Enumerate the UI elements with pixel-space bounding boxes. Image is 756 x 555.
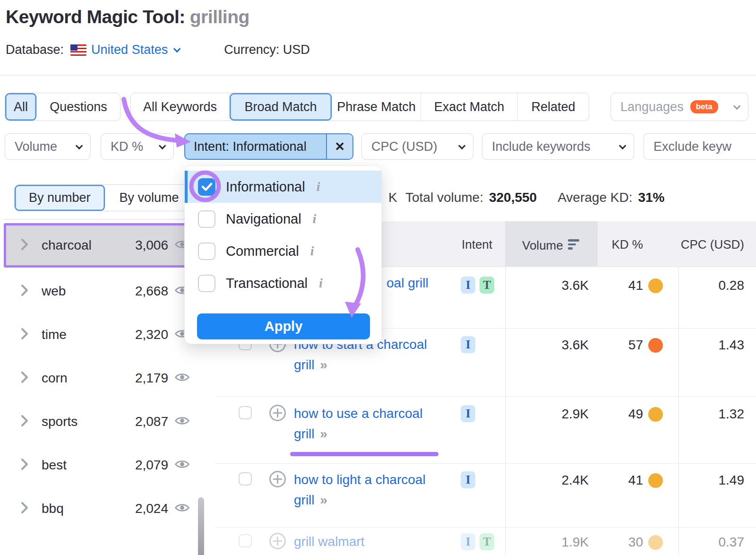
add-keyword-icon[interactable]	[269, 404, 286, 422]
chevron-right-icon[interactable]	[21, 238, 28, 251]
open-keyword-icon[interactable]: »	[318, 357, 326, 372]
filter-chip-intent-informational[interactable]: Intent: Informational✕	[184, 133, 353, 160]
chevron-right-icon[interactable]	[21, 415, 28, 429]
row-checkbox[interactable]	[239, 472, 252, 486]
sidebar-group-time[interactable]: time2,320	[4, 313, 204, 356]
chevron-right-icon[interactable]	[21, 328, 28, 340]
row-checkbox[interactable]	[239, 406, 252, 419]
info-icon[interactable]: i	[317, 179, 320, 194]
intent-checkbox-navigational[interactable]	[198, 210, 215, 228]
eye-icon[interactable]	[174, 459, 190, 472]
chevron-right-icon[interactable]	[21, 238, 28, 252]
us-flag-icon	[70, 44, 86, 56]
tab-phrase-match[interactable]: Phrase Match	[332, 93, 421, 121]
open-keyword-icon[interactable]: »	[318, 426, 326, 441]
database-selector[interactable]: United States	[91, 43, 168, 57]
filter-chip-label: Volume	[15, 139, 57, 154]
column-header-cpc[interactable]: CPC (USD)	[681, 237, 744, 252]
eye-icon[interactable]	[174, 372, 190, 383]
info-icon[interactable]: i	[313, 211, 317, 226]
sidebar-group-best[interactable]: best2,079	[4, 443, 204, 487]
eye-icon[interactable]	[174, 372, 190, 385]
chevron-right-icon[interactable]	[21, 371, 28, 383]
keyword-link[interactable]: oal grill	[387, 276, 429, 291]
keyword-link[interactable]: how to light a charcoal grill »	[294, 469, 429, 510]
tab-exact-match[interactable]: Exact Match	[421, 93, 518, 121]
intent-option-navigational[interactable]: Navigationali	[185, 203, 381, 235]
remove-filter-button[interactable]: ✕	[326, 134, 352, 159]
languages-selector[interactable]: Languages beta	[610, 93, 748, 121]
apply-button[interactable]: Apply	[197, 313, 370, 339]
filter-chip-cpc-usd-[interactable]: CPC (USD)	[361, 133, 473, 160]
row-checkbox[interactable]	[239, 534, 252, 547]
group-keyword-count: 2,320	[135, 327, 168, 342]
tab-questions[interactable]: Questions	[37, 93, 120, 121]
tab-broad-match[interactable]: Broad Match	[230, 93, 332, 121]
intent-badge-i: I	[461, 405, 475, 422]
sidebar-scrollbar[interactable]	[198, 497, 204, 555]
tab-related[interactable]: Related	[518, 93, 589, 121]
chevron-right-icon[interactable]	[21, 371, 28, 385]
filter-chip-kd-[interactable]: KD %	[101, 133, 174, 160]
add-keyword-icon[interactable]	[269, 532, 286, 550]
add-keyword-icon[interactable]	[269, 470, 286, 490]
sidebar-tab-by-number[interactable]: By number	[15, 185, 105, 211]
info-icon[interactable]: i	[310, 243, 314, 259]
chevron-right-icon[interactable]	[21, 458, 28, 472]
intent-checkbox-commercial[interactable]	[198, 243, 215, 260]
filter-chip-label: CPC (USD)	[371, 139, 438, 154]
intent-option-informational[interactable]: Informationali	[185, 171, 381, 203]
keyword-row: how to use a charcoal grill »I2.9K491.32	[215, 397, 756, 464]
chevron-right-icon[interactable]	[21, 328, 28, 342]
intent-checkbox-transactional[interactable]	[198, 275, 215, 292]
sidebar-group-charcoal[interactable]: charcoal3,006	[4, 223, 204, 268]
kd-difficulty-dot	[648, 338, 663, 353]
column-header-volume[interactable]: Volume	[522, 237, 579, 253]
chevron-down-icon[interactable]	[173, 45, 181, 53]
add-keyword-icon[interactable]	[269, 404, 286, 424]
eye-icon[interactable]	[174, 503, 190, 515]
eye-icon[interactable]	[174, 503, 190, 513]
intent-badges: IT	[461, 277, 494, 294]
add-keyword-icon[interactable]	[269, 470, 286, 488]
sidebar-tab-by-volume[interactable]: By volume	[105, 185, 193, 211]
sidebar-group-sports[interactable]: sports2,087	[4, 400, 204, 443]
sidebar-group-web[interactable]: web2,668	[4, 269, 204, 313]
intent-badges: I	[461, 405, 475, 422]
chevron-right-icon[interactable]	[21, 458, 28, 470]
chevron-right-icon[interactable]	[21, 284, 28, 298]
intent-option-transactional[interactable]: Transactionali	[185, 267, 381, 299]
filter-chip-include-keywords[interactable]: Include keywords	[482, 133, 634, 160]
intent-option-commercial[interactable]: Commerciali	[185, 235, 381, 267]
filter-chip-label: Intent: Informational	[185, 139, 315, 154]
tab-all-keywords[interactable]: All Keywords	[131, 93, 230, 121]
column-header-kd[interactable]: KD %	[612, 237, 643, 252]
keyword-link[interactable]: grill walmart charcoal »	[294, 531, 429, 555]
info-icon[interactable]: i	[319, 276, 323, 291]
open-keyword-icon[interactable]: »	[318, 493, 326, 507]
intent-badge-i: I	[461, 336, 475, 353]
column-header-intent[interactable]: Intent	[462, 237, 492, 252]
chevron-right-icon[interactable]	[21, 502, 28, 516]
chevron-down-icon	[733, 102, 741, 110]
sidebar-group-corn[interactable]: corn2,179	[4, 356, 204, 400]
tab-label: Exact Match	[434, 100, 505, 114]
kd-value: 30	[628, 535, 643, 550]
eye-icon[interactable]	[174, 459, 190, 470]
filter-chip-volume[interactable]: Volume	[5, 133, 91, 160]
eye-icon[interactable]	[174, 416, 190, 428]
chevron-right-icon[interactable]	[21, 415, 28, 427]
volume-value: 3.6K	[561, 338, 589, 353]
add-keyword-icon[interactable]	[269, 532, 286, 552]
keyword-link[interactable]: how to use a charcoal grill »	[294, 403, 429, 444]
group-keyword-count: 2,668	[135, 284, 168, 299]
sidebar-group-partial	[4, 540, 204, 555]
chevron-right-icon[interactable]	[21, 284, 28, 296]
chevron-right-icon[interactable]	[21, 502, 28, 514]
group-keyword-count: 2,079	[135, 458, 168, 473]
eye-icon[interactable]	[174, 416, 190, 426]
sidebar-group-bbq[interactable]: bbq2,024	[4, 487, 204, 530]
intent-checkbox-informational[interactable]	[198, 178, 215, 196]
filter-chip-exclude-keyw[interactable]: Exclude keyw	[644, 133, 756, 160]
tab-all[interactable]: All	[5, 93, 37, 121]
